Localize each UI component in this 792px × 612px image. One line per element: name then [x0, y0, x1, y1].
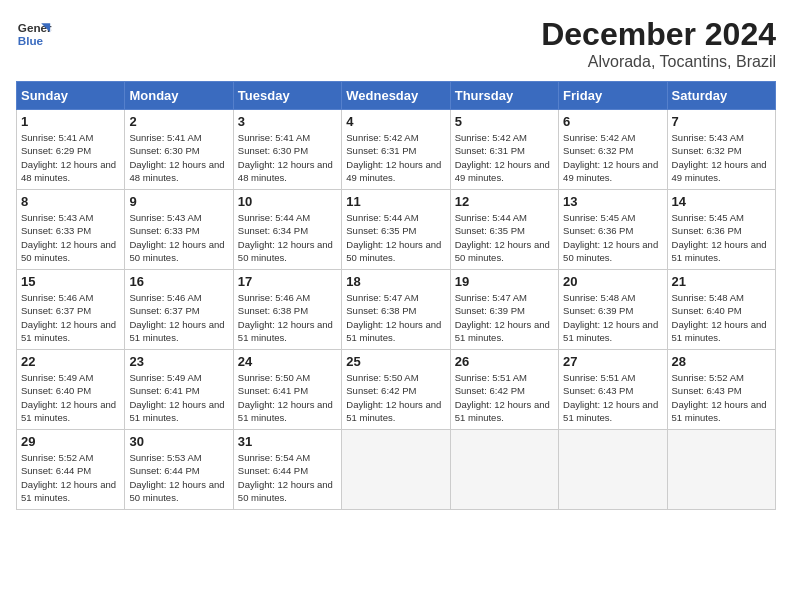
svg-text:Blue: Blue [18, 34, 44, 47]
day-number: 12 [455, 194, 554, 209]
day-number: 9 [129, 194, 228, 209]
calendar-cell [667, 430, 775, 510]
day-number: 28 [672, 354, 771, 369]
calendar-week-row: 1 Sunrise: 5:41 AMSunset: 6:29 PMDayligh… [17, 110, 776, 190]
calendar-cell: 26 Sunrise: 5:51 AMSunset: 6:42 PMDaylig… [450, 350, 558, 430]
page-header: General Blue December 2024 Alvorada, Toc… [16, 16, 776, 71]
calendar-cell: 17 Sunrise: 5:46 AMSunset: 6:38 PMDaylig… [233, 270, 341, 350]
day-detail: Sunrise: 5:49 AMSunset: 6:41 PMDaylight:… [129, 371, 228, 424]
calendar-cell: 2 Sunrise: 5:41 AMSunset: 6:30 PMDayligh… [125, 110, 233, 190]
calendar-cell [450, 430, 558, 510]
day-header-tuesday: Tuesday [233, 82, 341, 110]
day-detail: Sunrise: 5:44 AMSunset: 6:35 PMDaylight:… [455, 211, 554, 264]
day-detail: Sunrise: 5:44 AMSunset: 6:35 PMDaylight:… [346, 211, 445, 264]
calendar-cell: 19 Sunrise: 5:47 AMSunset: 6:39 PMDaylig… [450, 270, 558, 350]
day-detail: Sunrise: 5:46 AMSunset: 6:37 PMDaylight:… [21, 291, 120, 344]
calendar-cell [342, 430, 450, 510]
calendar-cell: 16 Sunrise: 5:46 AMSunset: 6:37 PMDaylig… [125, 270, 233, 350]
day-detail: Sunrise: 5:47 AMSunset: 6:38 PMDaylight:… [346, 291, 445, 344]
day-number: 11 [346, 194, 445, 209]
calendar-cell: 15 Sunrise: 5:46 AMSunset: 6:37 PMDaylig… [17, 270, 125, 350]
day-number: 19 [455, 274, 554, 289]
logo-icon: General Blue [16, 16, 52, 52]
day-detail: Sunrise: 5:42 AMSunset: 6:32 PMDaylight:… [563, 131, 662, 184]
day-number: 8 [21, 194, 120, 209]
day-number: 29 [21, 434, 120, 449]
day-detail: Sunrise: 5:48 AMSunset: 6:39 PMDaylight:… [563, 291, 662, 344]
day-detail: Sunrise: 5:52 AMSunset: 6:43 PMDaylight:… [672, 371, 771, 424]
calendar-cell: 4 Sunrise: 5:42 AMSunset: 6:31 PMDayligh… [342, 110, 450, 190]
day-detail: Sunrise: 5:47 AMSunset: 6:39 PMDaylight:… [455, 291, 554, 344]
calendar-cell: 11 Sunrise: 5:44 AMSunset: 6:35 PMDaylig… [342, 190, 450, 270]
day-number: 17 [238, 274, 337, 289]
calendar-cell: 31 Sunrise: 5:54 AMSunset: 6:44 PMDaylig… [233, 430, 341, 510]
day-detail: Sunrise: 5:53 AMSunset: 6:44 PMDaylight:… [129, 451, 228, 504]
calendar-cell: 10 Sunrise: 5:44 AMSunset: 6:34 PMDaylig… [233, 190, 341, 270]
day-number: 15 [21, 274, 120, 289]
calendar-cell: 9 Sunrise: 5:43 AMSunset: 6:33 PMDayligh… [125, 190, 233, 270]
calendar-cell: 5 Sunrise: 5:42 AMSunset: 6:31 PMDayligh… [450, 110, 558, 190]
day-detail: Sunrise: 5:43 AMSunset: 6:32 PMDaylight:… [672, 131, 771, 184]
calendar-cell: 6 Sunrise: 5:42 AMSunset: 6:32 PMDayligh… [559, 110, 667, 190]
calendar-week-row: 15 Sunrise: 5:46 AMSunset: 6:37 PMDaylig… [17, 270, 776, 350]
title-area: December 2024 Alvorada, Tocantins, Brazi… [541, 16, 776, 71]
day-detail: Sunrise: 5:45 AMSunset: 6:36 PMDaylight:… [563, 211, 662, 264]
calendar-cell: 25 Sunrise: 5:50 AMSunset: 6:42 PMDaylig… [342, 350, 450, 430]
day-number: 5 [455, 114, 554, 129]
calendar-table: SundayMondayTuesdayWednesdayThursdayFrid… [16, 81, 776, 510]
day-number: 21 [672, 274, 771, 289]
calendar-week-row: 8 Sunrise: 5:43 AMSunset: 6:33 PMDayligh… [17, 190, 776, 270]
day-detail: Sunrise: 5:42 AMSunset: 6:31 PMDaylight:… [346, 131, 445, 184]
day-detail: Sunrise: 5:46 AMSunset: 6:37 PMDaylight:… [129, 291, 228, 344]
day-number: 27 [563, 354, 662, 369]
day-detail: Sunrise: 5:50 AMSunset: 6:41 PMDaylight:… [238, 371, 337, 424]
calendar-cell: 3 Sunrise: 5:41 AMSunset: 6:30 PMDayligh… [233, 110, 341, 190]
calendar-week-row: 29 Sunrise: 5:52 AMSunset: 6:44 PMDaylig… [17, 430, 776, 510]
day-number: 1 [21, 114, 120, 129]
calendar-cell: 21 Sunrise: 5:48 AMSunset: 6:40 PMDaylig… [667, 270, 775, 350]
day-detail: Sunrise: 5:48 AMSunset: 6:40 PMDaylight:… [672, 291, 771, 344]
calendar-cell: 23 Sunrise: 5:49 AMSunset: 6:41 PMDaylig… [125, 350, 233, 430]
day-detail: Sunrise: 5:44 AMSunset: 6:34 PMDaylight:… [238, 211, 337, 264]
day-number: 13 [563, 194, 662, 209]
calendar-cell: 18 Sunrise: 5:47 AMSunset: 6:38 PMDaylig… [342, 270, 450, 350]
day-number: 30 [129, 434, 228, 449]
calendar-cell: 24 Sunrise: 5:50 AMSunset: 6:41 PMDaylig… [233, 350, 341, 430]
day-detail: Sunrise: 5:43 AMSunset: 6:33 PMDaylight:… [129, 211, 228, 264]
day-number: 3 [238, 114, 337, 129]
day-number: 20 [563, 274, 662, 289]
calendar-cell: 13 Sunrise: 5:45 AMSunset: 6:36 PMDaylig… [559, 190, 667, 270]
calendar-week-row: 22 Sunrise: 5:49 AMSunset: 6:40 PMDaylig… [17, 350, 776, 430]
day-number: 22 [21, 354, 120, 369]
day-detail: Sunrise: 5:46 AMSunset: 6:38 PMDaylight:… [238, 291, 337, 344]
day-number: 25 [346, 354, 445, 369]
day-detail: Sunrise: 5:49 AMSunset: 6:40 PMDaylight:… [21, 371, 120, 424]
calendar-cell: 20 Sunrise: 5:48 AMSunset: 6:39 PMDaylig… [559, 270, 667, 350]
day-header-wednesday: Wednesday [342, 82, 450, 110]
day-number: 6 [563, 114, 662, 129]
day-detail: Sunrise: 5:54 AMSunset: 6:44 PMDaylight:… [238, 451, 337, 504]
day-detail: Sunrise: 5:41 AMSunset: 6:29 PMDaylight:… [21, 131, 120, 184]
day-header-thursday: Thursday [450, 82, 558, 110]
day-detail: Sunrise: 5:42 AMSunset: 6:31 PMDaylight:… [455, 131, 554, 184]
day-detail: Sunrise: 5:41 AMSunset: 6:30 PMDaylight:… [238, 131, 337, 184]
day-number: 14 [672, 194, 771, 209]
day-detail: Sunrise: 5:51 AMSunset: 6:43 PMDaylight:… [563, 371, 662, 424]
calendar-cell: 30 Sunrise: 5:53 AMSunset: 6:44 PMDaylig… [125, 430, 233, 510]
calendar-cell: 29 Sunrise: 5:52 AMSunset: 6:44 PMDaylig… [17, 430, 125, 510]
calendar-cell: 27 Sunrise: 5:51 AMSunset: 6:43 PMDaylig… [559, 350, 667, 430]
day-detail: Sunrise: 5:52 AMSunset: 6:44 PMDaylight:… [21, 451, 120, 504]
calendar-cell: 28 Sunrise: 5:52 AMSunset: 6:43 PMDaylig… [667, 350, 775, 430]
day-header-friday: Friday [559, 82, 667, 110]
day-number: 4 [346, 114, 445, 129]
calendar-cell: 8 Sunrise: 5:43 AMSunset: 6:33 PMDayligh… [17, 190, 125, 270]
day-detail: Sunrise: 5:45 AMSunset: 6:36 PMDaylight:… [672, 211, 771, 264]
day-number: 16 [129, 274, 228, 289]
day-detail: Sunrise: 5:51 AMSunset: 6:42 PMDaylight:… [455, 371, 554, 424]
day-header-sunday: Sunday [17, 82, 125, 110]
day-header-saturday: Saturday [667, 82, 775, 110]
header-row: SundayMondayTuesdayWednesdayThursdayFrid… [17, 82, 776, 110]
day-number: 18 [346, 274, 445, 289]
calendar-cell: 1 Sunrise: 5:41 AMSunset: 6:29 PMDayligh… [17, 110, 125, 190]
day-number: 23 [129, 354, 228, 369]
